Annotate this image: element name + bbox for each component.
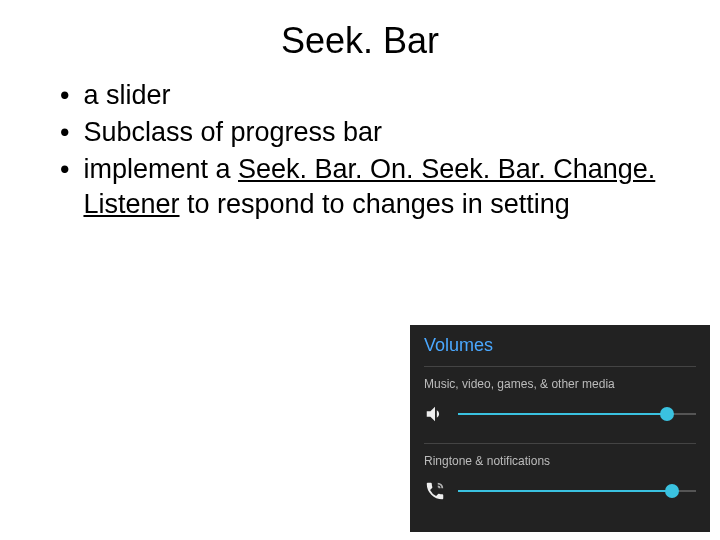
slide-title: Seek. Bar [60, 20, 660, 62]
volume-row-media [424, 403, 696, 425]
phone-icon [424, 480, 446, 502]
volume-row-ringtone [424, 480, 696, 502]
screenshot-title: Volumes [424, 335, 696, 367]
list-item: implement a Seek. Bar. On. Seek. Bar. Ch… [60, 152, 660, 222]
bullet-prefix: implement a [83, 154, 238, 184]
seekbar-fill [458, 413, 667, 415]
list-item: a slider [60, 78, 660, 113]
bullet-text: a slider [83, 78, 170, 113]
seekbar-fill [458, 490, 672, 492]
section-label: Ringtone & notifications [424, 454, 696, 468]
volume-icon [424, 403, 446, 425]
bullet-text: Subclass of progress bar [83, 115, 382, 150]
slide: Seek. Bar a slider Subclass of progress … [0, 0, 720, 222]
bullet-text: implement a Seek. Bar. On. Seek. Bar. Ch… [83, 152, 660, 222]
divider [424, 443, 696, 444]
android-screenshot: Volumes Music, video, games, & other med… [410, 325, 710, 532]
seekbar-ringtone[interactable] [458, 490, 696, 492]
seekbar-thumb[interactable] [665, 484, 679, 498]
seekbar-thumb[interactable] [660, 407, 674, 421]
section-label: Music, video, games, & other media [424, 377, 696, 391]
bullet-list: a slider Subclass of progress bar implem… [60, 78, 660, 222]
bullet-suffix: to respond to changes in setting [180, 189, 570, 219]
list-item: Subclass of progress bar [60, 115, 660, 150]
seekbar-media[interactable] [458, 413, 696, 415]
